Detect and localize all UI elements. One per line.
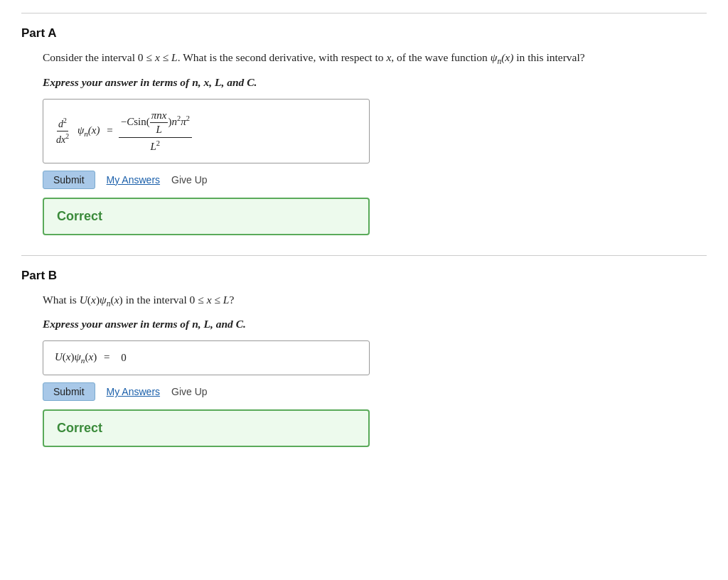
part-b-express-label: Express your answer in terms of n, L, an… <box>43 318 707 331</box>
part-a-rhs-numerator: −Csin(πnxL)n2π2 <box>119 109 192 138</box>
part-a-answer-box: d2 dx2 ψn(x) = −Csin(πnxL)n2π2 L2 <box>43 99 370 163</box>
part-a-rhs-denominator: L2 <box>149 138 163 153</box>
d2-fraction: d2 dx2 <box>55 117 70 145</box>
part-b-submit-row: Submit My Answers Give Up <box>43 382 707 401</box>
part-a-section: Part A Consider the interval 0 ≤ x ≤ L. … <box>21 13 707 255</box>
d2-numerator: d2 <box>57 117 68 131</box>
part-b-submit-button[interactable]: Submit <box>43 382 95 401</box>
part-b-section: Part B What is U(x)ψn(x) in the interval… <box>21 255 707 468</box>
part-a-my-answers-link[interactable]: My Answers <box>107 174 160 186</box>
part-b-answer-box: U(x)ψn(x) = 0 <box>43 340 370 375</box>
part-b-formula: U(x)ψn(x) = 0 <box>55 351 358 365</box>
part-a-formula: d2 dx2 ψn(x) = −Csin(πnxL)n2π2 L2 <box>55 109 358 153</box>
part-b-correct-box: Correct <box>43 409 370 447</box>
part-a-body: Consider the interval 0 ≤ x ≤ L. What is… <box>21 49 707 248</box>
part-a-title: Part A <box>21 26 707 41</box>
part-a-correct-label: Correct <box>57 209 102 223</box>
page-container: Part A Consider the interval 0 ≤ x ≤ L. … <box>0 0 728 488</box>
part-a-lhs: d2 dx2 ψn(x) = <box>55 117 113 145</box>
part-a-correct-box: Correct <box>43 198 370 235</box>
part-b-my-answers-link[interactable]: My Answers <box>107 386 160 397</box>
part-b-give-up-text[interactable]: Give Up <box>171 386 208 397</box>
part-b-title: Part B <box>21 269 707 283</box>
part-b-rhs-value: 0 <box>121 352 127 364</box>
equals-sign: = <box>107 124 112 136</box>
part-a-express-label: Express your answer in terms of n, x, L,… <box>43 76 707 89</box>
part-a-give-up-text[interactable]: Give Up <box>171 174 208 186</box>
part-a-submit-button[interactable]: Submit <box>43 171 95 189</box>
part-b-question: What is U(x)ψn(x) in the interval 0 ≤ x … <box>43 291 707 311</box>
psi-n-x-lhs: ψn(x) <box>77 124 100 136</box>
part-a-rhs-fraction: −Csin(πnxL)n2π2 L2 <box>119 109 192 153</box>
part-b-correct-label: Correct <box>57 421 102 435</box>
d2-denominator: dx2 <box>55 131 70 146</box>
part-a-question: Consider the interval 0 ≤ x ≤ L. What is… <box>43 49 707 69</box>
part-b-lhs: U(x)ψn(x) = <box>55 351 109 365</box>
part-b-body: What is U(x)ψn(x) in the interval 0 ≤ x … <box>21 291 707 461</box>
part-b-equals-sign: = <box>104 351 109 362</box>
part-a-submit-row: Submit My Answers Give Up <box>43 171 707 189</box>
